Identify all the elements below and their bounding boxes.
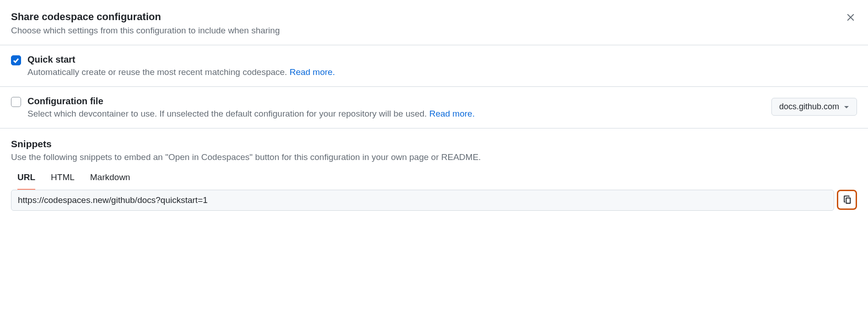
snippets-section: Snippets Use the following snippets to e… (0, 128, 868, 222)
snippet-tabs: URL HTML Markdown (11, 172, 857, 190)
share-codespace-dialog: Share codespace configuration Choose whi… (0, 0, 868, 222)
devcontainer-dropdown[interactable]: docs.github.com (771, 98, 857, 116)
option-configuration-file: Configuration file Select which devconta… (0, 87, 868, 128)
devcontainer-dropdown-value: docs.github.com (779, 102, 839, 112)
tab-url[interactable]: URL (17, 172, 35, 190)
copy-icon (842, 194, 852, 206)
header-text: Share codespace configuration Choose whi… (11, 11, 280, 36)
snippets-title: Snippets (11, 139, 857, 149)
dialog-title: Share codespace configuration (11, 11, 280, 23)
quick-start-desc-text: Automatically create or reuse the most r… (27, 67, 289, 77)
configuration-file-checkbox[interactable] (11, 97, 21, 107)
option-body: Quick start Automatically create or reus… (27, 54, 335, 77)
option-quick-start: Quick start Automatically create or reus… (0, 45, 868, 87)
snippet-url-input[interactable] (11, 190, 834, 211)
configuration-file-title: Configuration file (27, 96, 475, 107)
dialog-subtitle: Choose which settings from this configur… (11, 26, 280, 36)
option-body: Configuration file Select which devconta… (27, 96, 475, 119)
quick-start-title: Quick start (27, 54, 335, 65)
configuration-file-desc: Select which devcontainer to use. If uns… (27, 109, 475, 119)
configuration-file-read-more-link[interactable]: Read more. (429, 109, 475, 118)
configuration-file-desc-text: Select which devcontainer to use. If uns… (27, 109, 429, 118)
quick-start-read-more-link[interactable]: Read more. (289, 67, 335, 77)
tab-markdown[interactable]: Markdown (90, 172, 130, 190)
option-left: Configuration file Select which devconta… (11, 96, 764, 119)
tab-html[interactable]: HTML (51, 172, 75, 190)
snippet-box (11, 190, 857, 211)
close-button[interactable] (844, 11, 857, 25)
dialog-header: Share codespace configuration Choose whi… (0, 0, 868, 45)
close-icon (846, 13, 855, 23)
quick-start-checkbox[interactable] (11, 55, 21, 65)
quick-start-desc: Automatically create or reuse the most r… (27, 67, 335, 77)
caret-down-icon (844, 102, 849, 112)
copy-button[interactable] (837, 190, 857, 210)
snippets-desc: Use the following snippets to embed an "… (11, 152, 857, 162)
option-left: Quick start Automatically create or reus… (11, 54, 857, 77)
